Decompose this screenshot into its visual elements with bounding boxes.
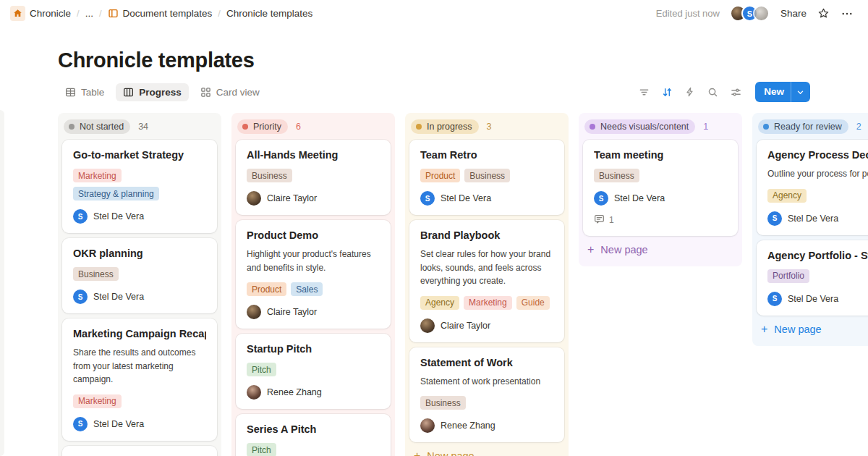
new-page-button[interactable]: +New page: [583, 236, 738, 262]
breadcrumb-label: Document templates: [123, 8, 213, 19]
card-agency-portfolio-studio[interactable]: Agency Portfolio - StudioPortfolioSStel …: [757, 240, 868, 316]
more-options-icon[interactable]: [841, 7, 854, 20]
tag-strategy-planning: Strategy & planning: [73, 187, 159, 200]
column-status-pill[interactable]: Needs visuals/content: [584, 119, 695, 134]
card-tags: Business: [420, 396, 553, 410]
card-marketing-campaign-recap[interactable]: Marketing Campaign RecapShare the result…: [62, 318, 217, 441]
status-dot-icon: [763, 124, 769, 130]
card-brand-playbook[interactable]: Brand PlaybookSet clear rules for how yo…: [409, 220, 564, 342]
breadcrumb-item-current[interactable]: Chronicle templates: [226, 8, 312, 19]
favorite-star-icon[interactable]: [817, 7, 830, 20]
breadcrumb-separator: /: [99, 8, 102, 19]
card-title: Series A Pitch: [247, 423, 380, 435]
column-status-pill[interactable]: In progress: [411, 119, 479, 134]
template-icon: [108, 8, 119, 19]
tag-marketing: Marketing: [73, 394, 122, 408]
card-tags: Marketing: [73, 394, 206, 408]
plus-icon: +: [587, 244, 594, 256]
page-title: Chronicle templates: [58, 48, 810, 72]
card-assignee: SStel De Vera: [73, 290, 206, 304]
edited-status: Edited just now: [656, 8, 720, 19]
column-header: Needs visuals/content1: [583, 117, 738, 140]
card-assignee: Claire Taylor: [420, 318, 553, 333]
card-title: Agency Process Deck: [767, 149, 868, 161]
share-button[interactable]: Share: [780, 8, 807, 19]
card-description: Highlight your product's features and be…: [247, 248, 380, 274]
column-header: Ready for review2: [757, 117, 868, 140]
chevron-down-icon[interactable]: [791, 82, 810, 102]
card-assignee: Renee Zhang: [420, 418, 553, 433]
column-status-label: Not started: [80, 122, 124, 132]
view-settings-icon[interactable]: [731, 87, 741, 98]
avatar: [247, 305, 261, 319]
column-status-pill[interactable]: Not started: [64, 119, 130, 134]
breadcrumb-item-workspace[interactable]: Chronicle: [10, 6, 71, 21]
card-startup-pitch[interactable]: Startup PitchPitchRenee Zhang: [236, 334, 391, 409]
assignee-name: Renee Zhang: [267, 387, 322, 397]
card-statement-of-work[interactable]: Statement of WorkStatement of work prese…: [409, 347, 564, 443]
status-dot-icon: [416, 124, 422, 130]
topbar: Chronicle / ... / Document templates / C…: [0, 0, 868, 27]
tab-table[interactable]: Table: [58, 83, 111, 101]
member-avatars[interactable]: S: [731, 5, 770, 22]
breadcrumb-item-ellipsis[interactable]: ...: [85, 8, 93, 19]
filter-icon[interactable]: [639, 87, 650, 98]
kanban-board: Not started34Go-to-market StrategyMarket…: [58, 113, 868, 456]
card-title: Marketing Campaign Recap: [73, 328, 206, 339]
card-tags: ProductSales: [247, 282, 380, 296]
breadcrumb-label: Chronicle: [30, 8, 71, 19]
card-grid-icon: [200, 87, 211, 98]
card-title: Team meeting: [594, 149, 727, 161]
board-icon: [123, 87, 134, 98]
card-go-to-market-strategy[interactable]: Go-to-market StrategyMarketingStrategy &…: [62, 140, 217, 233]
board-column-priority: Priority6All-Hands MeetingBusinessClaire…: [231, 113, 395, 456]
column-status-pill[interactable]: Ready for review: [758, 119, 848, 134]
card-team-retro[interactable]: Team RetroProductBusinessSStel De Vera: [409, 140, 564, 215]
new-page-button[interactable]: +New page: [409, 442, 564, 456]
new-page-button[interactable]: +New page: [757, 316, 868, 342]
plus-icon: +: [414, 450, 420, 456]
board-column-ready-for-review: Ready for review2Agency Process DeckOutl…: [752, 113, 868, 346]
card-okr-planning[interactable]: OKR planningBusinessSStel De Vera: [62, 238, 217, 313]
board-column-in-progress: In progress3Team RetroProductBusinessSSt…: [405, 113, 569, 456]
search-icon[interactable]: [707, 87, 718, 98]
card-project-review[interactable]: Project ReviewBusinessProductSStel De Ve…: [62, 446, 217, 456]
breadcrumb-item-document-templates[interactable]: Document templates: [108, 8, 213, 19]
card-tags: Portfolio: [767, 269, 868, 283]
new-page-label: New page: [600, 244, 647, 256]
card-agency-process-deck[interactable]: Agency Process DeckOutline your process …: [757, 140, 868, 235]
card-tags: AgencyMarketingGuide: [420, 296, 553, 310]
automation-bolt-icon[interactable]: [685, 87, 695, 97]
tab-card-view[interactable]: Card view: [193, 83, 267, 101]
avatar: [247, 385, 261, 400]
plus-icon: +: [761, 324, 767, 335]
card-all-hands-meeting[interactable]: All-Hands MeetingBusinessClaire Taylor: [236, 140, 391, 215]
tag-portfolio: Portfolio: [767, 269, 809, 283]
assignee-name: Claire Taylor: [267, 307, 317, 317]
tag-product: Product: [420, 169, 460, 182]
card-tags: ProductBusiness: [420, 169, 553, 182]
column-cards: Team meetingBusinessSStel De Vera1: [583, 140, 738, 236]
tag-guide: Guide: [516, 296, 550, 310]
card-team-meeting[interactable]: Team meetingBusinessSStel De Vera1: [583, 140, 738, 236]
card-description: Statement of work presentation: [420, 375, 553, 389]
tag-business: Business: [247, 169, 292, 182]
avatar: S: [73, 417, 88, 431]
view-toolbar: New: [639, 82, 810, 102]
card-title: Statement of Work: [420, 357, 553, 368]
avatar: [420, 318, 435, 333]
card-product-demo[interactable]: Product DemoHighlight your product's fea…: [236, 220, 391, 329]
new-button[interactable]: New: [755, 82, 810, 102]
column-status-pill[interactable]: Priority: [237, 119, 288, 134]
assignee-name: Renee Zhang: [441, 421, 495, 431]
tag-sales: Sales: [291, 282, 323, 296]
card-tags: Agency: [767, 189, 868, 203]
tab-progress[interactable]: Progress: [116, 83, 189, 101]
breadcrumb: Chronicle / ... / Document templates / C…: [10, 6, 312, 21]
sort-icon[interactable]: [662, 87, 673, 98]
card-title: Team Retro: [420, 149, 553, 161]
card-series-a-pitch[interactable]: Series A PitchPitchRenee Zhang: [236, 414, 391, 456]
tag-marketing: Marketing: [73, 169, 122, 182]
card-assignee: SStel De Vera: [73, 417, 206, 431]
column-count: 3: [487, 122, 492, 132]
